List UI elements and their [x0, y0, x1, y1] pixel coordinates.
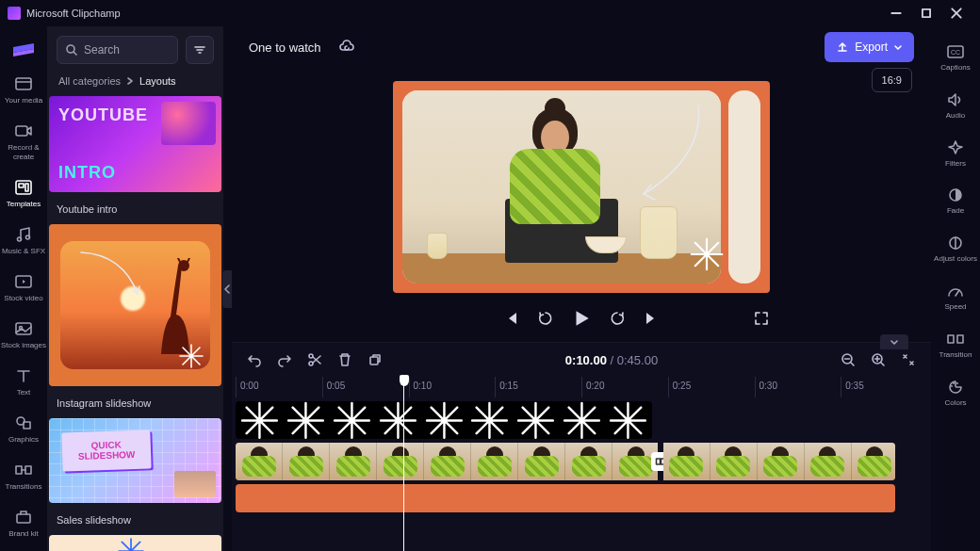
svg-point-45 [951, 385, 953, 387]
nav-templates[interactable]: Templates [0, 171, 47, 219]
svg-rect-7 [19, 184, 24, 187]
rail-speed[interactable]: Speed [931, 273, 980, 321]
svg-rect-17 [16, 466, 22, 474]
nav-graphics[interactable]: Graphics [0, 407, 47, 454]
template-title: Sales slideshow [47, 507, 223, 535]
svg-text:CC: CC [951, 49, 960, 56]
nav-transitions[interactable]: Transitions [0, 454, 47, 501]
arrow-overlay-icon [625, 100, 710, 213]
svg-rect-18 [25, 466, 31, 474]
split-button[interactable] [307, 352, 322, 367]
playback-controls [393, 308, 770, 329]
sparkle-icon [178, 343, 204, 369]
forward-button[interactable] [609, 310, 626, 327]
nav-your-media[interactable]: Your media [0, 68, 47, 115]
playhead[interactable] [400, 375, 409, 386]
export-label: Export [855, 41, 888, 54]
zoom-fit-button[interactable] [901, 352, 916, 367]
app-title: Microsoft Clipchamp [26, 8, 880, 19]
template-title: Instagram slideshow [47, 390, 223, 418]
timeline: 0:10.00 / 0:45.00 0:00 0:05 0:10 0:15 0:… [232, 342, 931, 551]
video-clip-b[interactable] [663, 443, 895, 480]
skip-forward-button[interactable] [643, 310, 660, 327]
cloud-sync-icon[interactable] [338, 39, 355, 56]
svg-rect-5 [16, 126, 27, 136]
ruler-tick: 0:10 [409, 377, 496, 397]
window-close-button[interactable] [950, 7, 963, 20]
zoom-out-button[interactable] [841, 352, 856, 367]
svg-marker-12 [23, 280, 25, 284]
nav-stock-video[interactable]: Stock video [0, 266, 47, 313]
panel-collapse-button[interactable] [222, 270, 232, 308]
nav-text[interactable]: Text [0, 360, 47, 407]
svg-line-34 [881, 363, 884, 365]
svg-line-31 [851, 363, 854, 365]
rail-fade[interactable]: Fade [931, 177, 980, 225]
tracks-container [232, 397, 931, 551]
search-input[interactable]: Search [57, 36, 178, 64]
redo-button[interactable] [277, 352, 292, 367]
playhead-line [403, 377, 404, 551]
template-sales-slideshow[interactable]: Quick Slideshow [47, 418, 223, 507]
nav-stock-images[interactable]: Stock images [0, 313, 47, 360]
timeline-toolbar: 0:10.00 / 0:45.00 [232, 343, 931, 377]
svg-rect-1 [923, 9, 930, 17]
chevron-down-icon [893, 42, 903, 52]
svg-rect-29 [370, 357, 378, 365]
rail-transition[interactable]: Transition [931, 321, 980, 369]
filter-button[interactable] [186, 36, 214, 64]
svg-rect-44 [957, 335, 963, 343]
track-overlay-sparkles[interactable] [236, 401, 652, 439]
template-youtube-intro[interactable]: YOUTUBE INTRO [47, 96, 223, 196]
chevron-left-icon [223, 284, 231, 294]
sparkle-overlay-icon [689, 236, 725, 272]
template-title: Youtube intro [47, 196, 223, 224]
nav-brand-kit[interactable]: Brand kit [0, 501, 47, 548]
rail-audio[interactable]: Audio [931, 82, 980, 130]
breadcrumb-current: Layouts [139, 75, 176, 87]
window-minimize-button[interactable] [890, 7, 903, 20]
time-readout: 0:10.00 / 0:45.00 [398, 353, 825, 367]
track-video[interactable] [236, 443, 895, 480]
video-clip-a[interactable] [236, 443, 658, 480]
template-instagram-slideshow[interactable] [47, 224, 223, 390]
upload-icon [836, 41, 849, 54]
template-intro[interactable]: INTRO [47, 535, 223, 551]
nav-music-sfx[interactable]: Music & SFX [0, 219, 47, 266]
app-logo-icon [8, 7, 21, 20]
breadcrumb[interactable]: All categories Layouts [47, 72, 223, 96]
delete-button[interactable] [337, 352, 352, 367]
main-area: One to watch Export 16:9 [232, 26, 931, 551]
project-title[interactable]: One to watch [249, 41, 321, 55]
track-background[interactable] [236, 484, 895, 512]
rewind-button[interactable] [537, 310, 554, 327]
svg-point-47 [956, 382, 958, 384]
ruler-tick: 0:35 [841, 377, 927, 397]
zoom-in-button[interactable] [871, 352, 886, 367]
svg-line-21 [74, 52, 76, 55]
nav-record-create[interactable]: Record & create [0, 115, 47, 171]
export-button[interactable]: Export [825, 32, 914, 62]
fullscreen-button[interactable] [753, 310, 770, 327]
svg-rect-43 [948, 335, 954, 343]
rail-adjust-colors[interactable]: Adjust colors [931, 225, 980, 273]
rail-filters[interactable]: Filters [931, 130, 980, 178]
skip-back-button[interactable] [503, 310, 520, 327]
preview-player[interactable] [393, 81, 770, 293]
topbar: One to watch Export [232, 26, 931, 68]
rail-colors[interactable]: Colors [931, 369, 980, 417]
svg-rect-4 [16, 78, 31, 89]
ruler-tick: 0:20 [581, 377, 668, 397]
breadcrumb-root[interactable]: All categories [58, 75, 121, 87]
titlebar: Microsoft Clipchamp [0, 0, 980, 26]
timeline-expand-handle[interactable] [880, 334, 908, 349]
svg-point-10 [26, 235, 30, 239]
play-button[interactable] [571, 308, 592, 329]
duplicate-button[interactable] [368, 352, 383, 367]
rail-captions[interactable]: CCCaptions [931, 34, 980, 82]
undo-button[interactable] [247, 352, 262, 367]
svg-rect-8 [25, 184, 28, 191]
window-maximize-button[interactable] [920, 7, 933, 20]
aspect-ratio-badge[interactable]: 16:9 [872, 68, 912, 92]
timeline-ruler[interactable]: 0:00 0:05 0:10 0:15 0:20 0:25 0:30 0:35 [232, 377, 931, 397]
